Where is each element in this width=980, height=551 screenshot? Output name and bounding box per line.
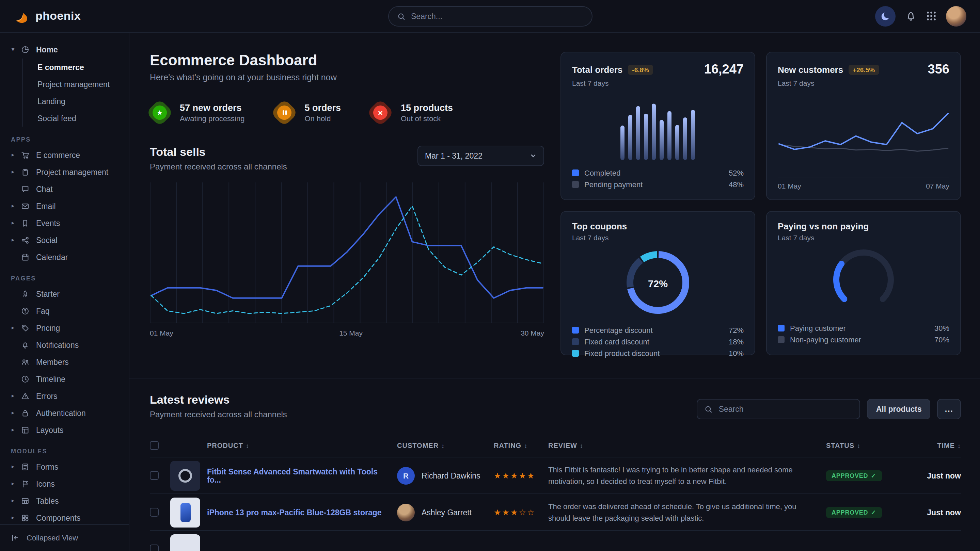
sidebar-item-chat[interactable]: Chat xyxy=(10,180,121,197)
sidebar-item-e-commerce[interactable]: ▸E commerce xyxy=(10,146,121,164)
chevron-right-icon: ▸ xyxy=(10,481,16,487)
customer-avatar xyxy=(397,503,415,521)
sidebar-item-social[interactable]: ▸Social xyxy=(10,232,121,248)
column-header-status[interactable]: STATUS↕ xyxy=(826,442,908,449)
theme-toggle-button[interactable] xyxy=(875,6,896,26)
review-cell: The order was delivered ahead of schedul… xyxy=(548,495,826,529)
legend-value: 10% xyxy=(729,349,744,357)
date-range-select[interactable]: Mar 1 - 31, 2022 xyxy=(417,146,544,166)
sidebar-subitem-landing[interactable]: Landing xyxy=(37,92,121,110)
column-header-review[interactable]: REVIEW↕ xyxy=(548,442,826,449)
legend-row: Paying customer30% xyxy=(778,322,949,333)
sidebar-item-timeline[interactable]: Timeline xyxy=(10,370,121,387)
card-title: New customers xyxy=(778,64,843,75)
collapsed-view-toggle[interactable]: Collapsed View xyxy=(0,524,129,551)
sidebar-item-notifications[interactable]: Notifications xyxy=(10,336,121,353)
sidebar-item-calendar[interactable]: Calendar xyxy=(10,248,121,265)
reviews-table-body: Fitbit Sense Advanced Smartwatch with To… xyxy=(150,457,961,551)
sort-icon: ↕ xyxy=(524,442,527,449)
row-checkbox[interactable] xyxy=(150,545,159,551)
total-sells-header: Total sells Payment received across all … xyxy=(150,146,544,171)
card-value: 356 xyxy=(928,62,949,77)
sidebar-item-authentication[interactable]: ▸Authentication xyxy=(10,404,121,421)
review-text xyxy=(548,543,826,551)
column-header-label: PRODUCT xyxy=(207,442,243,449)
product-thumbnail xyxy=(170,460,200,491)
status-cell: APPROVED✓ xyxy=(826,470,908,481)
row-checkbox-cell xyxy=(150,508,170,517)
sidebar-item-pricing[interactable]: ▸Pricing xyxy=(10,319,121,336)
sidebar-item-layouts[interactable]: ▸Layouts xyxy=(10,421,121,438)
x-tick: 01 May xyxy=(150,329,173,337)
chevron-down-icon xyxy=(530,152,537,159)
product-link[interactable]: Fitbit Sense Advanced Smartwatch with To… xyxy=(207,467,397,484)
watch-face xyxy=(178,468,192,482)
legend-value: 52% xyxy=(729,168,744,177)
column-header-label: RATING xyxy=(494,442,521,449)
sidebar-item-starter[interactable]: Starter xyxy=(10,285,121,302)
apps-grid-button[interactable] xyxy=(926,11,936,21)
chevron-right-icon: ▸ xyxy=(10,410,16,416)
chevron-right-icon: ▸ xyxy=(10,393,16,399)
top-coupons-card: Top coupons Last 7 days 72% Percentage d… xyxy=(560,211,755,355)
sidebar-item-label: Calendar xyxy=(36,253,68,261)
legend-value: 72% xyxy=(729,326,744,334)
global-search[interactable] xyxy=(388,6,592,27)
row-checkbox[interactable] xyxy=(150,471,159,480)
sidebar-item-errors[interactable]: ▸Errors xyxy=(10,387,121,404)
stat-value: 15 products xyxy=(401,103,453,113)
more-options-button[interactable]: ... xyxy=(937,399,961,419)
legend-swatch xyxy=(572,181,579,187)
sidebar-item-events[interactable]: ▸Events xyxy=(10,214,121,232)
card-title: Top coupons xyxy=(572,221,627,232)
sidebar-item-tables[interactable]: ▸Tables xyxy=(10,492,121,509)
total-sells-x-axis: 01 May 15 May 30 May xyxy=(150,329,544,340)
sidebar-item-forms[interactable]: ▸Forms xyxy=(10,458,121,475)
product-cell: iPhone 13 pro max-Pacific Blue-128GB sto… xyxy=(207,508,397,516)
sidebar-subitem-project-management[interactable]: Project management xyxy=(37,76,121,92)
change-badge: +26.5% xyxy=(849,64,879,75)
sidebar-item-email[interactable]: ▸Email xyxy=(10,197,121,214)
sidebar-item-label: Chat xyxy=(36,185,53,193)
chevron-right-icon: ▸ xyxy=(10,220,16,226)
sidebar-section-apps: APPS xyxy=(11,136,121,143)
top-navbar: phoenix xyxy=(0,0,980,33)
user-avatar[interactable] xyxy=(946,6,966,26)
global-search-input[interactable] xyxy=(411,12,583,21)
column-header-product[interactable]: PRODUCT↕ xyxy=(207,442,397,449)
legend-swatch xyxy=(778,336,784,343)
sidebar-item-home[interactable]: ▾Home xyxy=(10,41,121,58)
review-row xyxy=(150,531,961,551)
column-header-rating[interactable]: RATING↕ xyxy=(494,442,548,449)
bell-icon xyxy=(905,10,917,22)
sidebar-item-label: Errors xyxy=(36,392,57,400)
review-time: Just now xyxy=(908,508,961,516)
row-checkbox[interactable] xyxy=(150,508,159,517)
reviews-search-input[interactable] xyxy=(719,405,853,413)
total-orders-bar-chart xyxy=(620,96,696,161)
collapsed-view-label: Collapsed View xyxy=(27,534,78,542)
product-link[interactable]: iPhone 13 pro max-Pacific Blue-128GB sto… xyxy=(207,508,397,516)
reviews-search[interactable] xyxy=(697,399,861,419)
notifications-button[interactable] xyxy=(905,10,917,22)
legend-row: Fixed product discount10% xyxy=(572,347,744,359)
column-header-label: TIME xyxy=(937,442,955,449)
sidebar-item-icons[interactable]: ▸Icons xyxy=(10,475,121,492)
column-header-time[interactable]: TIME↕ xyxy=(908,442,961,449)
search-icon xyxy=(397,12,406,21)
select-all-checkbox[interactable] xyxy=(150,441,159,450)
brand[interactable]: phoenix xyxy=(14,8,81,24)
sidebar-subitem-e-commerce[interactable]: E commerce xyxy=(37,59,121,76)
sidebar-item-project-management[interactable]: ▸Project management xyxy=(10,164,121,180)
customer-avatar: R xyxy=(397,467,415,484)
bookmark-icon xyxy=(21,219,31,227)
sidebar-item-members[interactable]: Members xyxy=(10,353,121,370)
column-header-label: CUSTOMER xyxy=(397,442,439,449)
sidebar-subitem-social-feed[interactable]: Social feed xyxy=(37,110,121,127)
all-products-button[interactable]: All products xyxy=(867,399,931,419)
column-header-customer[interactable]: CUSTOMER↕ xyxy=(397,442,494,449)
legend-label: Completed xyxy=(584,168,620,177)
chevron-right-icon: ▸ xyxy=(10,152,16,158)
sidebar-item-faq[interactable]: Faq xyxy=(10,302,121,319)
collapse-icon xyxy=(11,533,21,542)
